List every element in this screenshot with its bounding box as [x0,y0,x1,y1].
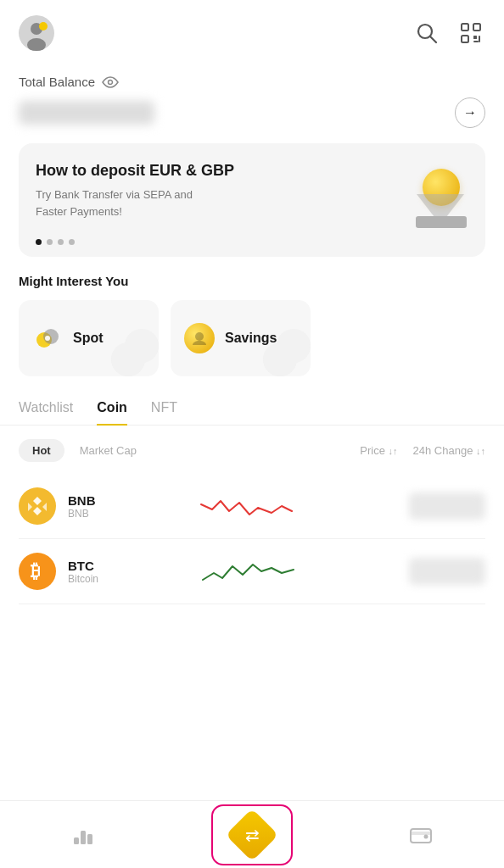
tab-coin[interactable]: Coin [97,400,127,426]
btc-logo: ₿ [28,560,47,582]
svg-rect-6 [462,24,468,31]
svg-text:₿: ₿ [31,560,40,581]
savings-card[interactable]: Savings [171,300,311,376]
price-sort-icon: ↓↑ [389,446,398,456]
svg-point-12 [109,80,113,84]
nav-wallet[interactable] [382,806,460,864]
bnb-icon [19,487,56,525]
banner-illustration [392,169,468,236]
dot-3 [58,239,64,245]
spot-card[interactable]: Spot [19,300,159,376]
svg-rect-9 [473,36,477,39]
svg-point-18 [195,332,204,341]
balance-section: Total Balance → [0,59,504,138]
arrow-right-icon: → [463,105,477,120]
eye-icon[interactable] [102,76,119,88]
btc-price [400,558,485,585]
spot-watermark [101,319,159,376]
svg-point-15 [45,336,50,341]
filter-price[interactable]: Price ↓↑ [360,444,397,457]
svg-marker-23 [28,503,32,511]
balance-arrow-button[interactable]: → [455,97,485,128]
svg-point-3 [39,22,48,31]
spot-label: Spot [73,331,104,346]
scan-icon [460,22,482,44]
svg-rect-29 [411,829,431,843]
banner-title: How to deposit EUR & GBP [36,162,234,180]
svg-point-14 [43,329,59,344]
svg-rect-27 [81,831,86,844]
tab-watchlist[interactable]: Watchlist [19,400,73,426]
filter-row: Hot Market Cap Price ↓↑ 24h Change ↓↑ [0,439,504,474]
header-icons [412,19,485,47]
btc-info: BTC Bitcoin [68,559,98,585]
coin-list: BNB BNB ₿ BTC Bitcoin [0,474,504,604]
btc-symbol: BTC [68,559,98,573]
bnb-logo [26,495,48,517]
filter-24h-change[interactable]: 24h Change ↓↑ [413,444,485,457]
svg-rect-10 [479,36,480,42]
header [0,0,504,59]
nav-markets[interactable] [44,806,122,864]
nav-swap[interactable]: ⇄ [211,804,293,865]
swap-icon: ⇄ [230,813,274,857]
svg-rect-30 [411,832,431,835]
banner-card[interactable]: How to deposit EUR & GBP Try Bank Transf… [19,143,485,257]
coin-row-bnb[interactable]: BNB BNB [19,474,485,539]
btc-icon: ₿ [19,553,56,590]
savings-icon [184,323,215,353]
svg-rect-8 [462,36,468,42]
svg-point-20 [277,329,311,363]
dot-1 [36,239,42,245]
bnb-name: BNB [68,508,96,520]
filter-market-cap[interactable]: Market Cap [80,444,137,457]
bnb-price [400,492,485,520]
coin-row-btc[interactable]: ₿ BTC Bitcoin [19,539,485,604]
svg-rect-11 [473,41,479,42]
svg-marker-24 [42,503,47,511]
banner-description: Try Bank Transfer via SEPA and Faster Pa… [36,186,222,220]
svg-marker-22 [33,507,42,515]
svg-line-5 [430,36,436,42]
balance-amount [19,101,154,125]
change-sort-icon: ↓↑ [476,446,485,456]
wallet-icon [399,813,443,857]
bottom-nav: ⇄ [0,800,504,868]
interest-section-title: Might Interest You [0,274,504,300]
search-icon [416,22,438,44]
savings-watermark [253,319,311,376]
dot-4 [69,239,75,245]
btc-name: Bitcoin [68,573,98,585]
bnb-symbol: BNB [68,493,96,508]
tabs-bar: Watchlist Coin NFT [0,400,504,426]
dot-2 [47,239,53,245]
banner-dots [36,239,75,245]
svg-point-31 [423,834,428,838]
tab-nft[interactable]: NFT [151,400,177,426]
svg-rect-28 [87,834,92,844]
svg-point-17 [125,329,159,363]
scan-button[interactable] [456,19,485,47]
savings-label: Savings [225,331,277,346]
svg-rect-7 [473,24,480,31]
coin-platform [416,216,467,228]
svg-marker-21 [33,497,42,505]
search-button[interactable] [412,19,441,47]
btc-chart [110,551,389,592]
spot-icon [32,323,63,353]
interest-scroll: Spot Savings [0,300,504,376]
bar-chart-icon [61,813,105,857]
filter-hot[interactable]: Hot [19,439,64,462]
banner-text: How to deposit EUR & GBP Try Bank Transf… [36,162,234,243]
balance-label-text: Total Balance [19,75,95,89]
bnb-info: BNB BNB [68,493,96,520]
bnb-chart [108,486,389,526]
avatar[interactable] [19,15,54,51]
svg-rect-26 [74,837,79,844]
